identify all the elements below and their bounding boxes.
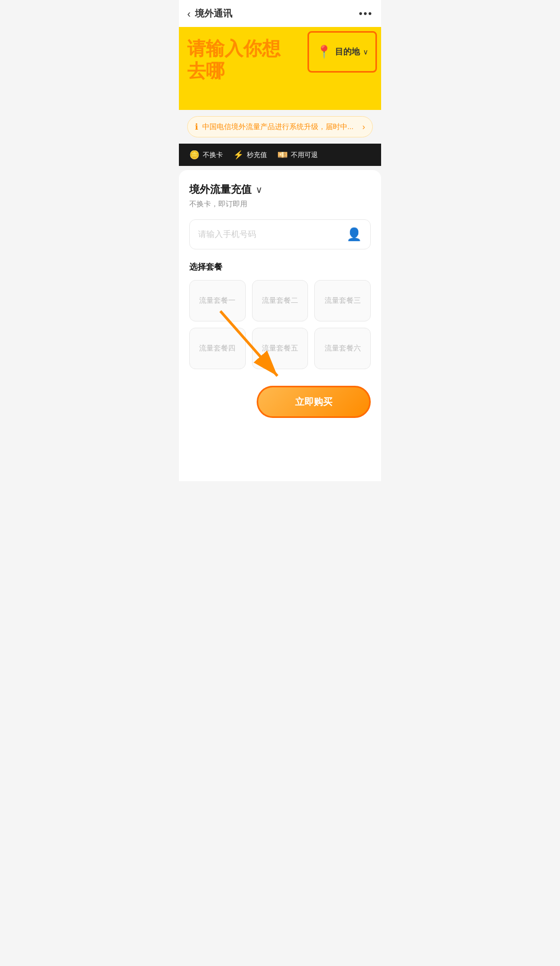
package-card-2[interactable]: 流量套餐二 <box>252 280 309 321</box>
feature-fast-charge: ⚡ 秒充值 <box>233 150 267 160</box>
notice-text: 中国电信境外流量产品进行系统升级，届时中... <box>202 122 358 132</box>
destination-text: 目的地 <box>335 47 360 58</box>
banner-headline: 请输入你想去哪 <box>187 37 299 82</box>
section-title: 境外流量充值 <box>189 183 251 197</box>
package-grid: 流量套餐一 流量套餐二 流量套餐三 流量套餐四 流量套餐五 流量套餐六 <box>189 280 371 369</box>
packages-container: 流量套餐一 流量套餐二 流量套餐三 流量套餐四 流量套餐五 流量套餐六 <box>189 280 371 369</box>
info-icon: ℹ <box>195 122 198 132</box>
fast-charge-icon: ⚡ <box>233 150 244 160</box>
chevron-down-icon: ∨ <box>363 48 368 56</box>
package-name-1: 流量套餐一 <box>199 296 235 305</box>
notice-bar[interactable]: ℹ 中国电信境外流量产品进行系统升级，届时中... › <box>187 116 373 137</box>
phone-input[interactable] <box>198 230 346 239</box>
section-subtitle: 不换卡，即订即用 <box>189 200 371 209</box>
package-label: 选择套餐 <box>189 262 371 273</box>
main-card: 境外流量充值 ∨ 不换卡，即订即用 👤 选择套餐 流量套餐一 流量套餐二 流量套… <box>179 170 381 481</box>
yellow-banner: 请输入你想去哪 📍 目的地 ∨ <box>179 27 381 110</box>
package-name-3: 流量套餐三 <box>325 296 361 305</box>
header: ‹ 境外通讯 ••• <box>179 0 381 27</box>
destination-selector[interactable]: 📍 目的地 ∨ <box>307 31 377 73</box>
package-name-4: 流量套餐四 <box>199 344 235 353</box>
package-card-6[interactable]: 流量套餐六 <box>314 328 371 369</box>
package-card-1[interactable]: 流量套餐一 <box>189 280 246 321</box>
feature-no-swap: 🪙 不换卡 <box>189 150 223 160</box>
phone-input-wrapper[interactable]: 👤 <box>189 219 371 249</box>
package-card-4[interactable]: 流量套餐四 <box>189 328 246 369</box>
buy-button-wrapper: 立即购买 <box>189 386 371 418</box>
feature-bar: 🪙 不换卡 ⚡ 秒充值 💴 不用可退 <box>179 144 381 166</box>
more-icon[interactable]: ••• <box>359 8 373 20</box>
refund-icon: 💴 <box>277 150 288 160</box>
package-card-3[interactable]: 流量套餐三 <box>314 280 371 321</box>
package-name-6: 流量套餐六 <box>325 344 361 353</box>
dropdown-icon[interactable]: ∨ <box>256 184 262 195</box>
package-name-2: 流量套餐二 <box>262 296 298 305</box>
notice-arrow-icon: › <box>362 122 365 132</box>
package-card-5[interactable]: 流量套餐五 <box>252 328 309 369</box>
header-left: ‹ 境外通讯 <box>187 7 232 20</box>
feature-refund: 💴 不用可退 <box>277 150 318 160</box>
section-title-row: 境外流量充值 ∨ <box>189 183 371 197</box>
no-swap-icon: 🪙 <box>189 150 200 160</box>
destination-icon: 📍 <box>316 45 332 59</box>
feature-label-3: 不用可退 <box>291 150 318 160</box>
page-title: 境外通讯 <box>195 7 232 20</box>
back-icon[interactable]: ‹ <box>187 8 191 20</box>
contact-icon[interactable]: 👤 <box>346 227 362 242</box>
feature-label-2: 秒充值 <box>247 150 267 160</box>
feature-label-1: 不换卡 <box>203 150 223 160</box>
buy-button[interactable]: 立即购买 <box>257 386 371 418</box>
package-name-5: 流量套餐五 <box>262 344 298 353</box>
